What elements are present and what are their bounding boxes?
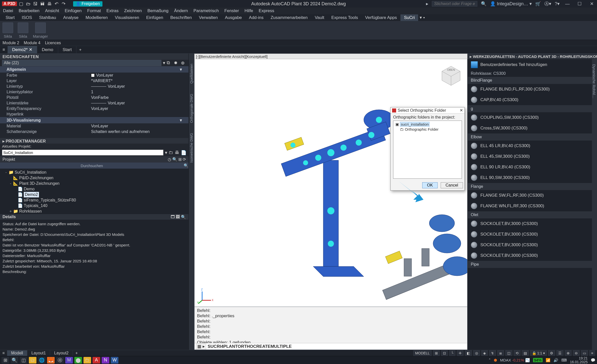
- dialog-cancel-button[interactable]: Cancel: [441, 182, 463, 188]
- subtab-licences[interactable]: Licences: [45, 41, 61, 45]
- status-dyn-icon[interactable]: ↯: [489, 350, 496, 356]
- ribbon-tab-beschriften[interactable]: Beschriften: [167, 14, 195, 21]
- taskbar-onenote-icon[interactable]: N: [102, 357, 109, 363]
- autodesk-icon[interactable]: Ⓐ▾: [544, 1, 551, 7]
- ribbon-tab-verwalten[interactable]: Verwalten: [195, 14, 221, 21]
- props-value[interactable]: 1: [91, 90, 188, 94]
- ribbon-tab-verfügbare-apps[interactable]: Verfügbare Apps: [361, 14, 400, 21]
- project-combo[interactable]: [2, 150, 163, 155]
- ribbon-tab-isos[interactable]: ISOS: [18, 14, 36, 21]
- project-tool-b-icon[interactable]: 🔍: [172, 157, 177, 162]
- pickadd-icon[interactable]: ⊕: [181, 60, 186, 66]
- taskbar-edge-icon[interactable]: ⓔ: [56, 357, 64, 363]
- ribbon-tab-visualisieren[interactable]: Visualisieren: [111, 14, 143, 21]
- status-annomon-icon[interactable]: ▤: [522, 350, 529, 356]
- project-tree-node[interactable]: 📄Typicals_140: [2, 203, 187, 209]
- palette-item[interactable]: COUPLING,SW,3000 (CS300): [468, 112, 597, 123]
- status-iso-icon[interactable]: ◧: [465, 350, 472, 356]
- project-sidetab-orthogonale-dwg[interactable]: Orthogonale DWG: [189, 94, 194, 123]
- palette-item[interactable]: FLANGE SW,FL,RF,300 (CS300): [468, 190, 597, 201]
- qat-undo-icon[interactable]: ↶: [54, 1, 59, 7]
- palette-add-custom[interactable]: Benutzerdefiniertes Teil hinzufügen: [468, 59, 597, 70]
- taskbar-search-icon[interactable]: 🔍: [11, 357, 18, 363]
- project-sidetab-quelldateien[interactable]: Quelldateien: [189, 64, 194, 84]
- palette-item[interactable]: ELL 90,SW,3000 (CS300): [468, 172, 597, 183]
- modeltab-add-button[interactable]: +: [73, 351, 80, 355]
- project-sidetab-isometrische-dwg[interactable]: Isometrische DWG: [189, 133, 194, 163]
- qat-open-icon[interactable]: 🗁: [26, 1, 31, 7]
- props-row[interactable]: LinienstärkeVonLayer: [0, 100, 188, 106]
- ribbon-tab-express-tools[interactable]: Express Tools: [328, 14, 362, 21]
- project-combo-dropdown-icon[interactable]: ▾: [165, 150, 167, 155]
- menu-format[interactable]: Format: [87, 8, 101, 13]
- ribbon-tab-stahlbau[interactable]: Stahlbau: [36, 14, 60, 21]
- tray-app-icon[interactable]: ⬢: [494, 358, 497, 362]
- palette-body[interactable]: Dynamische Rohrkl… Benutzerdefiniertes T…: [468, 59, 597, 350]
- taskbar-app2-icon[interactable]: ⬤: [74, 357, 82, 363]
- tray-notifications-icon[interactable]: 💬: [591, 358, 595, 362]
- props-value[interactable]: VonFarbe: [91, 95, 188, 100]
- modeltab-layout2[interactable]: Layout2: [50, 350, 73, 356]
- props-row[interactable]: FarbeVonLayer: [0, 73, 188, 78]
- palette-sidetab[interactable]: Dynamische Rohrkl…: [592, 64, 596, 98]
- tray-sound-icon[interactable]: 🔊: [553, 358, 558, 362]
- menu-zeichnen[interactable]: Zeichnen: [124, 8, 142, 13]
- cart-icon[interactable]: 🛒: [535, 1, 541, 7]
- project-tool3-icon[interactable]: 📄: [181, 150, 186, 155]
- status-minus-icon[interactable]: ⊖: [573, 350, 580, 356]
- project-tool-d-icon[interactable]: ⟳: [183, 157, 186, 162]
- palette-item[interactable]: FLANGE BLIND,FL,RF,300 (CS300): [468, 84, 597, 95]
- status-plus-icon[interactable]: ⊕: [565, 350, 571, 356]
- ribbon-tab-ausgabe[interactable]: Ausgabe: [221, 14, 245, 21]
- status-custom-icon[interactable]: ≡: [589, 350, 595, 356]
- menu-fenster[interactable]: Fenster: [224, 8, 239, 13]
- viewport-header[interactable]: [-][Benutzerdefinierte Ansicht][Konzeptu…: [194, 54, 467, 59]
- menu-parametrisch[interactable]: Parametrisch: [194, 8, 219, 13]
- tray-clock[interactable]: 19:21 16.01.2025: [570, 356, 588, 364]
- dialog-tree[interactable]: ▣ sucri_installation🗀 Orthographic Folde…: [393, 121, 462, 179]
- props-row[interactable]: SchattenanzeigeSchatten werfen und aufne…: [0, 129, 188, 134]
- ribbon-tab-add-ins[interactable]: Add-ins: [245, 14, 267, 21]
- props-row[interactable]: Hyperlink: [0, 111, 188, 117]
- project-tree-node[interactable]: 📄siFramo_Typicals_StützeF80: [2, 197, 187, 203]
- taskbar-taskview-icon[interactable]: ◫: [20, 357, 27, 363]
- palette-item[interactable]: ELL 45 LR,BV,40 (CS300): [468, 141, 597, 151]
- properties-selection-input[interactable]: [2, 60, 161, 66]
- window-maximize-button[interactable]: ☐: [575, 1, 584, 7]
- subtab-module-2[interactable]: Module 2: [3, 41, 19, 45]
- status-transparency-icon[interactable]: ◫: [505, 350, 512, 356]
- tray-wifi-icon[interactable]: 📶: [546, 358, 550, 362]
- qat-plot-icon[interactable]: 🖶: [47, 1, 52, 7]
- taskbar-firefox-icon[interactable]: 🦊: [47, 357, 55, 363]
- modeltabs-menu-icon[interactable]: ≡: [0, 351, 7, 355]
- user-button[interactable]: 👤 IntegaDesign… ▾: [490, 1, 532, 7]
- project-tree-node[interactable]: -📁SuCri_Installation: [2, 170, 187, 175]
- command-input[interactable]: SUCRI4PLANTORTHOCREATEMULTIPLE: [208, 344, 292, 349]
- props-row[interactable]: PlotstilVonFarbe: [0, 95, 188, 100]
- tray-index[interactable]: MDAX -0,21% 📉: [500, 358, 530, 362]
- doctab-demo[interactable]: Demo: [37, 46, 58, 53]
- doctab-close-icon[interactable]: ✕: [28, 47, 32, 52]
- help-icon[interactable]: ?▾: [555, 1, 560, 7]
- palette-item[interactable]: ELL 45,SW,3000 (CS300): [468, 151, 597, 162]
- palette-item[interactable]: SOCKOLET,BV,3000 (CS300): [468, 240, 597, 250]
- details-tool2-icon[interactable]: 🖼: [176, 215, 180, 219]
- props-row[interactable]: EntityTransparencyVonLayer: [0, 106, 188, 111]
- ribbon-tab-einfügen[interactable]: Einfügen: [143, 14, 167, 21]
- status-cycling-icon[interactable]: ⟲: [514, 350, 520, 356]
- doctabs-menu-icon[interactable]: ≡: [0, 47, 8, 52]
- dialog-close-button[interactable]: ✕: [460, 108, 463, 113]
- project-tree-node[interactable]: 📄Demo2: [2, 192, 187, 197]
- ribbon-tab-vault[interactable]: Vault: [311, 14, 328, 21]
- taskbar-app1-icon[interactable]: M: [65, 357, 73, 363]
- status-lwt-icon[interactable]: ≣: [497, 350, 504, 356]
- viewport[interactable]: OBEN X Z Y: [194, 59, 467, 307]
- props-value[interactable]: [91, 112, 188, 117]
- viewcube[interactable]: OBEN: [438, 63, 464, 88]
- ribbon-group-manager[interactable]: Manager: [33, 22, 48, 38]
- doctab-start[interactable]: Start: [58, 46, 77, 53]
- ribbon-group-sikla[interactable]: Sikla: [3, 22, 13, 38]
- dialog-tree-node[interactable]: 🗀 Orthographic Folder: [394, 127, 461, 132]
- ribbon-tab-sucri[interactable]: SuCri: [400, 14, 418, 21]
- props-section-3d-visualisierung[interactable]: 3D-Visualisierung▾: [0, 117, 188, 123]
